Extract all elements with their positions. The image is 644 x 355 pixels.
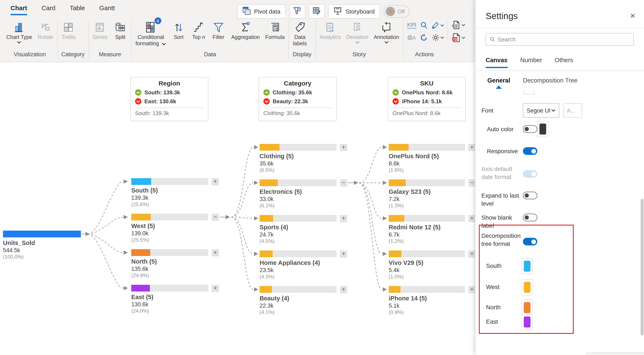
tab-others[interactable]: Others (555, 57, 573, 68)
tree-node-east-5[interactable]: East (5) 130.6k (24.0%) (131, 285, 208, 314)
tree-node-north-5[interactable]: North (5) 135.6k (24.9%) (131, 249, 208, 279)
toggle-off[interactable] (523, 125, 537, 133)
expand-button[interactable]: + (340, 144, 347, 151)
tree-node-oneplus-nord-5[interactable]: OnePlus Nord (5) 8.6k (1.6%) (389, 144, 465, 173)
export-pdf-button[interactable]: PDF (451, 33, 465, 42)
filter-button[interactable]: Filter (211, 20, 226, 41)
toggle-on[interactable] (523, 238, 537, 245)
tree-node-beauty-4[interactable]: Beauty (4) 22.3k (4.1%) (260, 286, 336, 316)
tree-node-vivo-v29-5[interactable]: Vivo V29 (5) 5.4k (1.0%) (389, 251, 465, 280)
tree-node-electronics-5[interactable]: Electronics (5) 33.0k (6.1%) (260, 179, 336, 209)
chart-type-label: Chart Type (6, 34, 32, 41)
scrollbar-thumb[interactable] (640, 199, 644, 336)
filter-rows-button[interactable] (290, 4, 306, 19)
tree-node-home-appliances-4[interactable]: Home Appliances (4) 23.5k (4.3%) (260, 251, 336, 280)
node-bar (260, 286, 336, 293)
color-picker-west[interactable] (522, 279, 533, 295)
card-bottom-row: iPhone 14: 5.1k (392, 98, 461, 104)
chart-type-button[interactable]: Chart Type (6, 20, 32, 43)
root-node-units-sold[interactable]: Units_Sold 544.5k (100.0%) (3, 231, 81, 260)
tree-node-sports-4[interactable]: Sports (4) 24.7k (4.5%) (260, 215, 336, 245)
search-input[interactable] (498, 36, 630, 42)
rotate-button[interactable]: Rotate (38, 20, 53, 41)
font-size-input[interactable]: A... (564, 103, 582, 118)
node-bar (260, 144, 336, 151)
toggle-off[interactable] (523, 192, 537, 199)
trellis-button[interactable]: Trellis (62, 20, 76, 41)
close-icon[interactable]: ✕ (630, 12, 636, 20)
sort-button[interactable]: Sort (172, 20, 186, 41)
auto-color-swatch[interactable] (537, 121, 548, 137)
tab-chart[interactable]: Chart (10, 4, 27, 15)
tree-node-clothing-5[interactable]: Clothing (5) 35.6k (6.5%) (260, 144, 336, 173)
font-select[interactable]: Segoe UI (523, 103, 559, 118)
node-value: 5.4k (389, 267, 465, 274)
expand-button[interactable]: + (212, 178, 219, 185)
expand-button[interactable]: + (468, 215, 476, 222)
chevron-down-icon (551, 109, 556, 112)
subtab-general[interactable]: General (487, 77, 510, 84)
node-value: 22.3k (260, 302, 336, 309)
formula-button[interactable]: Formula (265, 20, 285, 41)
kpi-button[interactable]: KPI (407, 21, 416, 29)
tree-node-galaxy-s23-5[interactable]: Galaxy S23 (5) 7.2k (1.3%) (389, 179, 465, 209)
card-top-value: South: 139.3k (144, 89, 180, 96)
reset-canvas-button[interactable]: Reset Canvas (586, 352, 644, 355)
series-button[interactable]: Series (92, 20, 108, 41)
subtab-decomposition-tree[interactable]: Decomposition Tree (523, 77, 578, 84)
expand-button[interactable]: + (340, 251, 347, 258)
color-swatch (524, 261, 530, 272)
toggle-on[interactable] (523, 147, 537, 155)
expand-button[interactable]: + (468, 251, 476, 258)
tree-node-iphone-14-5[interactable]: iPhone 14 (5) 5.1k (0.9%) (389, 286, 465, 316)
analytics-button[interactable]: Analytics (320, 20, 341, 41)
auto-text-button[interactable]: A (407, 34, 416, 40)
toggle-off[interactable] (523, 214, 537, 221)
storyboard-button[interactable]: Storyboard (328, 4, 380, 19)
refresh-button[interactable] (420, 34, 428, 41)
settings-search[interactable] (486, 33, 634, 46)
edit-table-button[interactable] (309, 4, 325, 19)
tree-node-south-5[interactable]: South (5) 139.3k (25.6%) (131, 178, 208, 208)
tab-number[interactable]: Number (520, 57, 542, 68)
expand-button[interactable]: + (340, 286, 347, 293)
split-button[interactable]: Split (113, 20, 128, 41)
search-icon (490, 36, 495, 42)
color-row-label: South (482, 262, 517, 270)
tab-gantt[interactable]: Gantt (99, 4, 115, 15)
expand-button[interactable]: + (468, 144, 476, 151)
tab-card[interactable]: Card (42, 4, 55, 15)
pivot-data-button[interactable]: Pivot data (237, 4, 286, 19)
group-label-measure: Measure (92, 50, 128, 59)
search-button[interactable] (420, 21, 428, 29)
card-bottom-value: Beauty: 22.3k (273, 98, 308, 104)
tree-node-redmi-note-12-5[interactable]: Redmi Note 12 (5) 6.7k (1.2%) (389, 215, 465, 245)
collapse-button[interactable]: − (212, 214, 219, 221)
expand-button[interactable]: + (212, 249, 219, 256)
expand-button[interactable]: + (468, 286, 476, 293)
collapse-button[interactable]: − (468, 179, 476, 187)
tab-canvas[interactable]: Canvas (486, 57, 508, 68)
deviation-button[interactable]: Deviation (346, 20, 368, 43)
collapse-button[interactable]: − (340, 179, 347, 187)
annotation-button[interactable]: Annotation (374, 20, 399, 43)
expand-button[interactable]: + (340, 215, 347, 222)
document-gear-icon (451, 20, 461, 30)
group-label-visualization: Visualization (6, 50, 53, 59)
format-painter-button[interactable] (432, 21, 444, 29)
expand-button[interactable]: + (212, 285, 219, 292)
color-picker-east[interactable] (522, 314, 533, 330)
tree-node-west-5[interactable]: West (5) 139.0k (25.5%) (131, 214, 208, 243)
color-picker-south[interactable] (522, 258, 533, 274)
export-settings-button[interactable] (451, 20, 465, 30)
setting-row-show-blank-label: Show blank label (482, 214, 638, 230)
power-toggle[interactable]: Off (384, 5, 410, 18)
top-n-button[interactable]: Top n (192, 20, 206, 41)
tab-table[interactable]: Table (70, 4, 85, 15)
color-picker-north[interactable] (522, 300, 533, 316)
toggle-on-disabled[interactable] (523, 170, 537, 178)
data-labels-button[interactable]: Data labels (293, 20, 307, 47)
aggregation-button[interactable]: Aggregation (231, 20, 260, 41)
conditional-formatting-button[interactable]: 4 Conditional formatting (136, 20, 166, 47)
settings-gear-button[interactable] (432, 34, 444, 41)
